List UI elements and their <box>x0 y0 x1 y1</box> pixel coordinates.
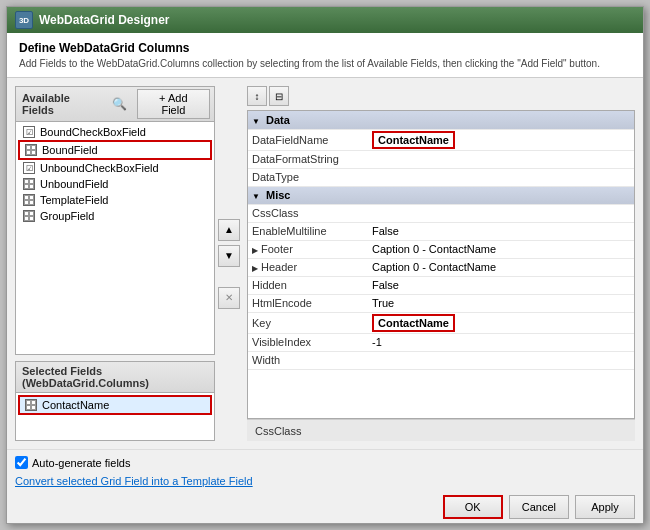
designer-title: WebDataGrid Designer <box>39 13 169 27</box>
sort-az-icon[interactable]: ↕ <box>247 86 267 106</box>
prop-value-cssclass[interactable] <box>368 204 634 222</box>
props-table: Data DataFieldName ContactName DataForma… <box>248 111 634 370</box>
define-title: Define WebDataGrid Columns <box>19 41 631 55</box>
right-panel: ↕ ⊟ Data DataFieldName ContactN <box>247 86 635 441</box>
props-table-container: Data DataFieldName ContactName DataForma… <box>247 110 635 419</box>
prop-name-cssclass: CssClass <box>248 204 368 222</box>
move-down-button[interactable]: ▼ <box>218 245 240 267</box>
selected-fields-list: ContactName <box>16 393 214 417</box>
prop-value-htmlencode[interactable]: True <box>368 294 634 312</box>
selected-item-contactname[interactable]: ContactName <box>18 395 212 415</box>
prop-datafieldname: DataFieldName ContactName <box>248 129 634 150</box>
auto-generate-label: Auto-generate fields <box>32 457 130 469</box>
title-bar-icon: 3D <box>15 11 33 29</box>
selected-fields-box: Selected Fields (WebDataGrid.Columns) Co… <box>15 361 215 441</box>
prop-name-header: Header <box>248 258 368 276</box>
prop-name-hidden: Hidden <box>248 276 368 294</box>
header-expand-icon <box>252 261 258 273</box>
prop-width: Width <box>248 351 634 369</box>
prop-dataformatstring: DataFormatString <box>248 150 634 168</box>
prop-name-visibleindex: VisibleIndex <box>248 333 368 351</box>
prop-visibleindex: VisibleIndex -1 <box>248 333 634 351</box>
field-icon-grid3 <box>22 193 36 207</box>
prop-value-header[interactable]: Caption 0 - ContactName <box>368 258 634 276</box>
field-icon-grid <box>24 143 38 157</box>
auto-generate-wrap: Auto-generate fields <box>15 456 130 469</box>
remove-button[interactable]: ✕ <box>218 287 240 309</box>
bottom-section: Auto-generate fields Convert selected Gr… <box>7 449 643 523</box>
prop-value-key[interactable]: ContactName <box>368 312 634 333</box>
fields-list: ☑ BoundCheckBoxField <box>16 122 214 354</box>
prop-hidden: Hidden False <box>248 276 634 294</box>
title-bar: 3D WebDataGrid Designer <box>7 7 643 33</box>
prop-datatype: DataType <box>248 168 634 186</box>
prop-value-datatype[interactable] <box>368 168 634 186</box>
prop-value-enablemultiline[interactable]: False <box>368 222 634 240</box>
field-item-templatefield[interactable]: TemplateField <box>18 192 212 208</box>
middle-buttons: ▲ ▼ ✕ <box>215 86 243 441</box>
prop-value-footer[interactable]: Caption 0 - ContactName <box>368 240 634 258</box>
field-item-unboundfield[interactable]: UnboundField <box>18 176 212 192</box>
field-item-boundcheckboxfield[interactable]: ☑ BoundCheckBoxField <box>18 124 212 140</box>
convert-template-link[interactable]: Convert selected Grid Field into a Templ… <box>15 475 253 487</box>
ok-button[interactable]: OK <box>443 495 503 519</box>
edit-grid-columns-dialog: 3D WebDataGrid Designer Define WebDataGr… <box>6 6 644 524</box>
prop-value-datafieldname[interactable]: ContactName <box>368 129 634 150</box>
prop-htmlencode: HtmlEncode True <box>248 294 634 312</box>
available-fields-box: Available Fields 🔍 + Add Field ☑ BoundCh… <box>15 86 215 355</box>
group-data-triangle <box>252 114 260 126</box>
group-misc-triangle <box>252 189 260 201</box>
group-misc: Misc <box>248 186 634 204</box>
props-status-bar: CssClass <box>247 419 635 441</box>
prop-key: Key ContactName <box>248 312 634 333</box>
available-fields-toolbar: Available Fields 🔍 + Add Field <box>16 87 214 122</box>
available-fields-label: Available Fields <box>20 90 107 118</box>
button-row: OK Cancel Apply <box>15 495 635 519</box>
add-field-button[interactable]: + Add Field <box>137 89 210 119</box>
prop-footer: Footer Caption 0 - ContactName <box>248 240 634 258</box>
define-desc: Add Fields to the WebDataGrid.Columns co… <box>19 58 631 69</box>
props-toolbar: ↕ ⊟ <box>247 86 635 106</box>
search-icon-btn[interactable]: 🔍 <box>111 95 129 113</box>
auto-generate-checkbox[interactable] <box>15 456 28 469</box>
prop-enablemultiline: EnableMultiline False <box>248 222 634 240</box>
main-content: Available Fields 🔍 + Add Field ☑ BoundCh… <box>7 78 643 449</box>
prop-name-width: Width <box>248 351 368 369</box>
cancel-button[interactable]: Cancel <box>509 495 569 519</box>
move-up-button[interactable]: ▲ <box>218 219 240 241</box>
prop-name-datafieldname: DataFieldName <box>248 129 368 150</box>
field-icon-grid4 <box>22 209 36 223</box>
footer-expand-icon <box>252 243 258 255</box>
prop-name-enablemultiline: EnableMultiline <box>248 222 368 240</box>
prop-value-hidden[interactable]: False <box>368 276 634 294</box>
field-item-boundfield[interactable]: BoundField <box>18 140 212 160</box>
prop-name-dataformatstring: DataFormatString <box>248 150 368 168</box>
status-label: CssClass <box>255 425 301 437</box>
prop-name-htmlencode: HtmlEncode <box>248 294 368 312</box>
left-panel: Available Fields 🔍 + Add Field ☑ BoundCh… <box>15 86 215 441</box>
prop-value-visibleindex[interactable]: -1 <box>368 333 634 351</box>
apply-button[interactable]: Apply <box>575 495 635 519</box>
field-icon-check2: ☑ <box>22 161 36 175</box>
prop-header: Header Caption 0 - ContactName <box>248 258 634 276</box>
prop-cssclass: CssClass <box>248 204 634 222</box>
field-icon-check: ☑ <box>22 125 36 139</box>
prop-name-datatype: DataType <box>248 168 368 186</box>
group-data: Data <box>248 111 634 129</box>
prop-value-dataformatstring[interactable] <box>368 150 634 168</box>
selected-fields-label: Selected Fields (WebDataGrid.Columns) <box>16 362 214 393</box>
prop-name-footer: Footer <box>248 240 368 258</box>
header-section: Define WebDataGrid Columns Add Fields to… <box>7 33 643 78</box>
prop-name-key: Key <box>248 312 368 333</box>
selected-field-icon <box>24 398 38 412</box>
props-icon[interactable]: ⊟ <box>269 86 289 106</box>
field-icon-grid2 <box>22 177 36 191</box>
field-item-unboundcheckboxfield[interactable]: ☑ UnboundCheckBoxField <box>18 160 212 176</box>
prop-value-width[interactable] <box>368 351 634 369</box>
bottom-options: Auto-generate fields <box>15 456 635 469</box>
field-item-groupfield[interactable]: GroupField <box>18 208 212 224</box>
